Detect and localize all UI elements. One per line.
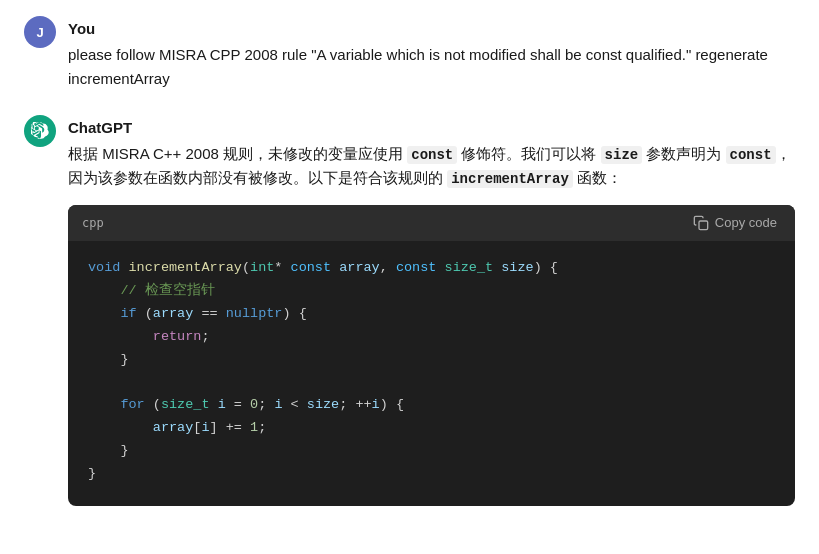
openai-icon <box>31 122 49 140</box>
code-line: if (array == nullptr) { <box>88 303 775 326</box>
gpt-message-content: ChatGPT 根据 MISRA C++ 2008 规则，未修改的变量应使用 c… <box>68 115 795 506</box>
code-line: void incrementArray(int* const array, co… <box>88 257 775 280</box>
code-line <box>88 371 775 394</box>
inline-code-const1: const <box>407 146 457 164</box>
code-line: } <box>88 463 775 486</box>
gpt-avatar <box>24 115 56 147</box>
code-line: for (size_t i = 0; i < size; ++i) { <box>88 394 775 417</box>
code-block: cpp Copy code void incrementArray(int* c… <box>68 205 795 506</box>
code-line: return; <box>88 326 775 349</box>
user-avatar: J <box>24 16 56 48</box>
code-header: cpp Copy code <box>68 205 795 241</box>
code-line: } <box>88 440 775 463</box>
code-body: void incrementArray(int* const array, co… <box>68 241 795 506</box>
code-line: array[i] += 1; <box>88 417 775 440</box>
user-author-label: You <box>68 20 795 37</box>
copy-code-button[interactable]: Copy code <box>689 213 781 233</box>
gpt-message: ChatGPT 根据 MISRA C++ 2008 规则，未修改的变量应使用 c… <box>24 115 795 506</box>
copy-icon <box>693 215 709 231</box>
chat-container: J You please follow MISRA CPP 2008 rule … <box>0 0 819 546</box>
user-message-content: You please follow MISRA CPP 2008 rule "A… <box>68 16 795 91</box>
code-line: // 检查空指针 <box>88 280 775 303</box>
inline-code-size: size <box>601 146 643 164</box>
code-line: } <box>88 349 775 372</box>
code-lang-label: cpp <box>82 216 104 230</box>
inline-code-fn: incrementArray <box>447 170 573 188</box>
inline-code-const2: const <box>726 146 776 164</box>
svg-rect-0 <box>699 221 708 230</box>
gpt-author-label: ChatGPT <box>68 119 795 136</box>
user-message-text: please follow MISRA CPP 2008 rule "A var… <box>68 43 795 91</box>
user-message: J You please follow MISRA CPP 2008 rule … <box>24 16 795 91</box>
gpt-message-text: 根据 MISRA C++ 2008 规则，未修改的变量应使用 const 修饰符… <box>68 142 795 191</box>
